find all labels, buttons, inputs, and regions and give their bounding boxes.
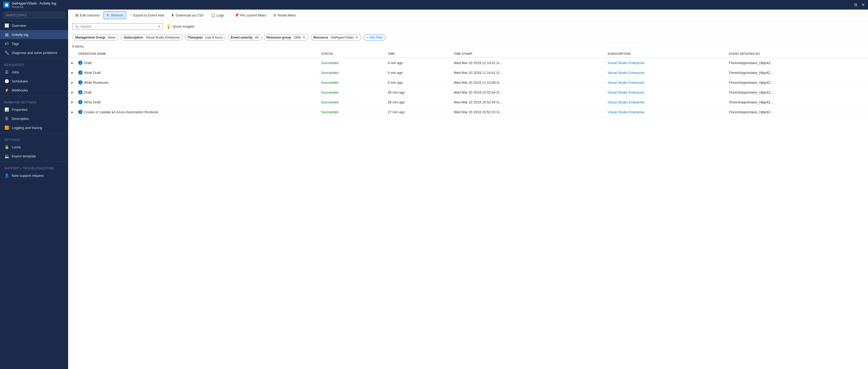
activity-log-table: OPERATION NAME STATUS TIME TIME STAMP SU xyxy=(68,50,868,117)
search-bar-row: 🔍 ✕ 💡 Quick Insights xyxy=(68,21,868,32)
sidebar-item-webhooks[interactable]: ⚡ Webhooks xyxy=(0,86,68,95)
sidebar-search-wrap[interactable] xyxy=(0,9,68,21)
row-expander-0[interactable]: ▶ xyxy=(68,58,75,68)
cell-subscription-3[interactable]: Visual Studio Enterprise xyxy=(604,88,726,97)
sidebar: ⬜ Overview ▤ Activity log 🏷 Tags 🔧 Diagn… xyxy=(0,9,68,369)
row-expander-1[interactable]: ▶ xyxy=(68,68,75,78)
filter-timespan[interactable]: Timespan : Last 6 hours xyxy=(185,35,226,40)
cell-time-0: 4 min ago xyxy=(384,58,451,68)
export-hub-button[interactable]: ↑ Export to Event Hub xyxy=(127,11,167,19)
sidebar-item-activity-log[interactable]: ▤ Activity log xyxy=(0,30,68,39)
col-status: STATUS xyxy=(318,50,384,58)
edit-columns-button[interactable]: ⊞ Edit columns xyxy=(72,11,102,19)
col-expander xyxy=(68,50,75,58)
quick-insights-button[interactable]: 💡 Quick Insights xyxy=(166,24,194,29)
cell-operation-3: i Draft xyxy=(75,88,318,97)
cell-initiated-by-3: FlorentAppointaire_Hjbp4Z... xyxy=(726,88,868,97)
sidebar-item-diagnose[interactable]: 🔧 Diagnose and solve problems xyxy=(0,48,68,57)
window-controls: ⧉ ✕ xyxy=(854,2,865,7)
cell-subscription-0[interactable]: Visual Studio Enterprise xyxy=(604,58,726,68)
filter-resource-group-remove[interactable]: ✕ xyxy=(303,35,306,39)
close-icon[interactable]: ✕ xyxy=(861,2,865,7)
cell-initiated-by-1: FlorentAppointaire_Hjbp4Z... xyxy=(726,68,868,78)
sidebar-item-description[interactable]: ☰ Description xyxy=(0,114,68,123)
cell-subscription-5[interactable]: Visual Studio Enterprise xyxy=(604,107,726,117)
cell-subscription-1[interactable]: Visual Studio Enterprise xyxy=(604,68,726,78)
search-clear-icon[interactable]: ✕ xyxy=(158,25,160,28)
sidebar-item-label: Webhooks xyxy=(12,88,28,92)
logs-button[interactable]: 📋 Logs xyxy=(208,11,227,19)
settings-section-label: Settings xyxy=(0,135,68,142)
sidebar-divider-2 xyxy=(0,96,68,96)
filter-row: Management Group : None Subscription : V… xyxy=(68,32,868,43)
filter-resource-group[interactable]: Resource group : OMS ✕ xyxy=(264,34,308,40)
search-input[interactable] xyxy=(80,25,156,28)
page-subtitle: Runbook xyxy=(12,5,854,8)
search-input-wrap: 🔍 ✕ xyxy=(72,23,163,30)
row-expander-2[interactable]: ▶ xyxy=(68,78,75,88)
table-row: ▶ i Write Runbooks Succeeded 5 min ago W… xyxy=(68,78,868,88)
refresh-button[interactable]: ↻ Refresh xyxy=(103,11,126,19)
cell-operation-0: i Draft xyxy=(75,58,318,68)
sidebar-item-locks[interactable]: 🔒 Locks xyxy=(0,142,68,152)
reset-filters-button[interactable]: ⊘ Reset filters xyxy=(270,11,299,19)
toolbar-divider xyxy=(229,12,229,18)
sidebar-item-properties[interactable]: 📊 Properties xyxy=(0,105,68,114)
tags-icon: 🏷 xyxy=(4,41,9,46)
sidebar-item-label: Tags xyxy=(12,42,19,46)
cell-subscription-4[interactable]: Visual Studio Enterprise xyxy=(604,97,726,107)
cell-time-4: 26 min ago xyxy=(384,97,451,107)
pin-filters-button[interactable]: 📌 Pin current filters xyxy=(231,11,269,19)
row-expander-4[interactable]: ▶ xyxy=(68,97,75,107)
logs-icon: 📋 xyxy=(211,13,215,17)
row-expander-5[interactable]: ▶ xyxy=(68,107,75,117)
sidebar-item-logging[interactable]: 🟧 Logging and tracing xyxy=(0,123,68,132)
cell-timestamp-3: Wed Mar 20 2019 10:52:54 G... xyxy=(451,88,604,97)
cell-time-3: 26 min ago xyxy=(384,88,451,97)
overview-icon: ⬜ xyxy=(4,23,9,28)
cell-subscription-2[interactable]: Visual Studio Enterprise xyxy=(604,78,726,88)
sidebar-item-jobs[interactable]: ☰ Jobs xyxy=(0,68,68,76)
sidebar-item-label: New support request xyxy=(12,174,44,177)
col-timestamp: TIME STAMP xyxy=(451,50,604,58)
cell-timestamp-4: Wed Mar 20 2019 10:52:54 G... xyxy=(451,97,604,107)
download-csv-icon: ⬇ xyxy=(171,13,174,17)
row-expander-3[interactable]: ▶ xyxy=(68,88,75,97)
cell-status-2: Succeeded xyxy=(318,78,384,88)
cell-status-0: Succeeded xyxy=(318,58,384,68)
add-filter-button[interactable]: + Add Filter xyxy=(363,35,385,40)
filter-subscription[interactable]: Subscription : Visual Studio Enterprise xyxy=(121,35,183,40)
info-icon-3: i xyxy=(78,90,83,94)
cell-initiated-by-5: FlorentAppointaire_Hjbp4Z... xyxy=(726,107,868,117)
sidebar-item-tags[interactable]: 🏷 Tags xyxy=(0,39,68,48)
cell-operation-2: i Write Runbooks xyxy=(75,78,318,88)
webhooks-icon: ⚡ xyxy=(4,88,9,92)
table-row: ▶ i Draft Succeeded 26 min ago Wed Mar 2… xyxy=(68,88,868,97)
search-icon: 🔍 xyxy=(75,25,79,28)
sidebar-search-input[interactable] xyxy=(3,12,65,19)
filter-resource-remove[interactable]: ✕ xyxy=(355,35,358,39)
cell-initiated-by-4: FlorentAppointaire_Hjbp4Z... xyxy=(726,97,868,107)
restore-icon[interactable]: ⧉ xyxy=(854,2,857,7)
filter-event-severity[interactable]: Event severity : All xyxy=(228,35,261,40)
sidebar-item-overview[interactable]: ⬜ Overview xyxy=(0,21,68,30)
sidebar-item-label: Properties xyxy=(12,108,27,112)
locks-icon: 🔒 xyxy=(4,145,9,149)
table-row: ▶ i Draft Succeeded 4 min ago Wed Mar 20… xyxy=(68,58,868,68)
quick-insights-icon: 💡 xyxy=(166,24,171,29)
download-csv-button[interactable]: ⬇ Download as CSV xyxy=(168,11,207,19)
sidebar-item-new-support[interactable]: 👤 New support request xyxy=(0,171,68,180)
filter-resource[interactable]: Resource : GetHyperVStats ✕ xyxy=(311,34,361,40)
pin-icon: 📌 xyxy=(235,13,239,17)
cell-status-3: Succeeded xyxy=(318,88,384,97)
sidebar-item-export-template[interactable]: 💻 Export template xyxy=(0,152,68,161)
filter-management-group[interactable]: Management Group : None xyxy=(72,35,118,40)
cell-operation-5: i Create or Update an Azure Automation R… xyxy=(75,107,318,117)
runbook-settings-section-label: Runbook settings xyxy=(0,97,68,105)
col-time: TIME xyxy=(384,50,451,58)
jobs-icon: ☰ xyxy=(4,70,9,74)
sidebar-item-schedules[interactable]: 🕐 Schedules xyxy=(0,76,68,86)
new-support-icon: 👤 xyxy=(4,173,9,177)
table-row: ▶ i Write Draft Succeeded 5 min ago Wed … xyxy=(68,68,868,78)
cell-initiated-by-0: FlorentAppointaire_Hjbp4Z... xyxy=(726,58,868,68)
